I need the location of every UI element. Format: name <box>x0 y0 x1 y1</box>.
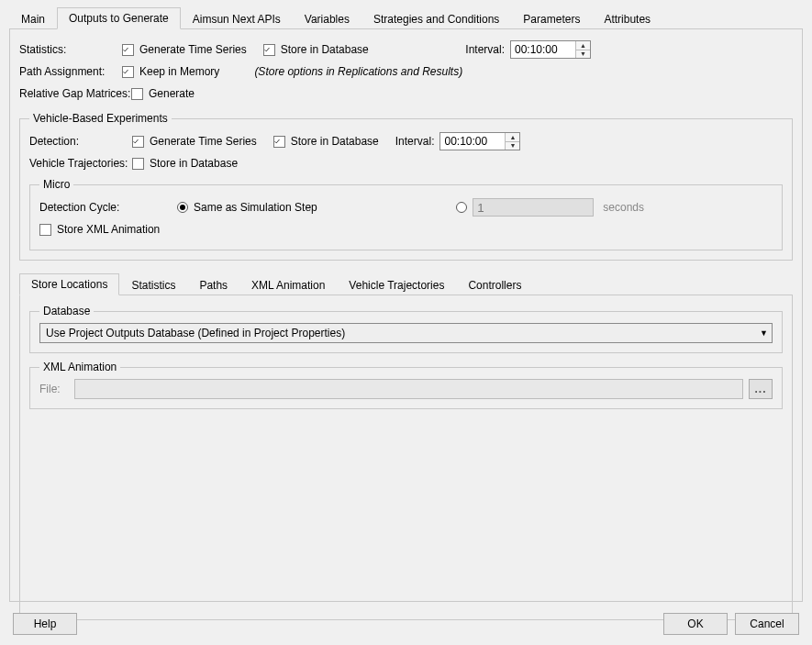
tab-strategies-and-conditions[interactable]: Strategies and Conditions <box>362 8 511 29</box>
vehicle-based-experiments-group: Vehicle-Based Experiments Detection: Gen… <box>19 112 793 261</box>
check-icon <box>122 66 134 78</box>
stats-generate-time-series-checkbox[interactable]: Generate Time Series <box>122 43 247 56</box>
check-icon <box>273 136 285 148</box>
chevron-down-icon: ▼ <box>760 328 768 338</box>
database-group: Database Use Project Outputs Database (D… <box>29 305 783 353</box>
detection-store-db-label: Store in Database <box>291 135 379 148</box>
detection-cycle-label: Detection Cycle: <box>39 201 177 214</box>
statistics-label: Statistics: <box>19 43 122 56</box>
xml-animation-group: XML Animation File: ... <box>29 361 783 409</box>
detection-interval-input[interactable] <box>440 133 505 150</box>
check-icon <box>39 224 51 236</box>
detection-gen-ts-label: Generate Time Series <box>150 135 257 148</box>
relative-gap-matrices-label: Relative Gap Matrices: <box>19 87 131 100</box>
tab-vehicle-trajectories[interactable]: Vehicle Trajectories <box>337 274 456 295</box>
detection-interval-up-button[interactable]: ▲ <box>506 133 519 142</box>
store-xml-animation-label: Store XML Animation <box>57 223 160 236</box>
keep-in-memory-label: Keep in Memory <box>139 65 219 78</box>
detection-store-in-database-checkbox[interactable]: Store in Database <box>273 135 379 148</box>
tab-attributes[interactable]: Attributes <box>592 8 662 29</box>
custom-seconds-input <box>473 198 594 217</box>
tab-outputs-to-generate[interactable]: Outputs to Generate <box>57 7 181 29</box>
browse-button[interactable]: ... <box>749 379 773 399</box>
help-button[interactable]: Help <box>13 613 77 635</box>
tab-controllers[interactable]: Controllers <box>456 274 533 295</box>
vehicle-based-experiments-legend: Vehicle-Based Experiments <box>29 112 172 125</box>
ok-button[interactable]: OK <box>663 613 728 635</box>
database-legend: Database <box>39 305 94 317</box>
database-select-value: Use Project Outputs Database (Defined in… <box>46 327 345 339</box>
store-xml-animation-checkbox[interactable]: Store XML Animation <box>39 223 160 236</box>
stats-interval-up-button[interactable]: ▲ <box>576 41 590 50</box>
file-label: File: <box>39 383 69 395</box>
tab-aimsun-next-apis[interactable]: Aimsun Next APIs <box>181 8 293 29</box>
custom-seconds-radio[interactable] <box>456 202 467 213</box>
micro-group: Micro Detection Cycle: Same as Simulatio… <box>29 178 783 250</box>
stats-interval-spinbox[interactable]: ▲ ▼ <box>510 40 591 59</box>
xml-animation-file-input <box>74 379 743 399</box>
detection-interval-label: Interval: <box>395 135 435 148</box>
same-as-sim-step-label: Same as Simulation Step <box>194 201 317 214</box>
detection-interval-down-button[interactable]: ▼ <box>506 142 519 150</box>
stats-interval-input[interactable] <box>511 41 575 58</box>
rel-gap-generate-label: Generate <box>149 87 195 100</box>
trajectories-store-in-database-checkbox[interactable]: Store in Database <box>132 157 238 170</box>
seconds-label: seconds <box>603 201 644 214</box>
tab-store-locations[interactable]: Store Locations <box>19 273 119 295</box>
rel-gap-generate-checkbox[interactable]: Generate <box>131 87 195 100</box>
stats-interval-down-button[interactable]: ▼ <box>576 50 590 59</box>
tab-xml-animation[interactable]: XML Animation <box>239 274 337 295</box>
check-icon <box>132 136 144 148</box>
stats-store-db-label: Store in Database <box>281 43 369 56</box>
detection-label: Detection: <box>29 135 132 148</box>
stats-interval-label: Interval: <box>465 43 505 56</box>
tab-main[interactable]: Main <box>9 8 57 29</box>
check-icon <box>263 44 275 56</box>
cancel-button[interactable]: Cancel <box>735 613 799 635</box>
inner-tabstrip: Store Locations Statistics Paths XML Ani… <box>19 273 793 295</box>
detection-generate-time-series-checkbox[interactable]: Generate Time Series <box>132 135 257 148</box>
keep-in-memory-checkbox[interactable]: Keep in Memory <box>122 65 219 78</box>
path-assign-note: (Store options in Replications and Resul… <box>254 65 462 78</box>
stats-store-in-database-checkbox[interactable]: Store in Database <box>263 43 369 56</box>
top-tabstrip: Main Outputs to Generate Aimsun Next API… <box>9 7 803 29</box>
trajectories-store-db-label: Store in Database <box>150 157 238 170</box>
path-assignment-label: Path Assignment: <box>19 65 122 78</box>
tab-variables[interactable]: Variables <box>293 8 362 29</box>
check-icon <box>122 44 134 56</box>
detection-interval-spinbox[interactable]: ▲ ▼ <box>439 132 520 150</box>
outputs-panel: Statistics: Generate Time Series Store i… <box>9 29 803 602</box>
vehicle-trajectories-label: Vehicle Trajectories: <box>29 157 132 170</box>
stats-gen-ts-label: Generate Time Series <box>139 43 247 56</box>
database-select[interactable]: Use Project Outputs Database (Defined in… <box>39 323 773 343</box>
micro-legend: Micro <box>39 178 73 191</box>
tab-parameters[interactable]: Parameters <box>511 8 592 29</box>
tab-paths[interactable]: Paths <box>187 274 239 295</box>
same-as-sim-step-radio[interactable] <box>177 202 188 213</box>
check-icon <box>132 158 144 170</box>
store-locations-panel: Database Use Project Outputs Database (D… <box>19 295 793 620</box>
tab-statistics-inner[interactable]: Statistics <box>119 274 187 295</box>
check-icon <box>131 88 143 100</box>
xml-animation-legend: XML Animation <box>39 361 120 373</box>
